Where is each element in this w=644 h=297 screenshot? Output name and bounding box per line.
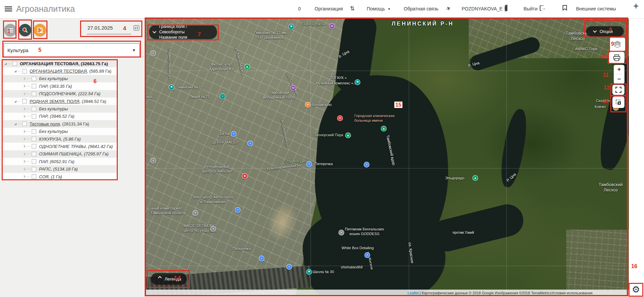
poi-marker-shop[interactable]: • — [364, 162, 369, 168]
checkbox[interactable] — [32, 152, 36, 156]
layer-toggle-button[interactable]: Граница поля / Севообороты Название поля — [149, 25, 217, 39]
expander-icon[interactable] — [24, 92, 26, 96]
checkbox[interactable] — [32, 91, 36, 96]
expander-icon[interactable] — [24, 168, 26, 171]
checkbox[interactable] — [32, 159, 36, 164]
checkbox[interactable] — [32, 167, 36, 172]
tree-node[interactable]: РОДНАЯ ЗЕМЛЯ. ПОЛЯ, (3946.52 Га) — [2, 98, 117, 105]
menu-help[interactable]: Помощь — [367, 6, 385, 11]
bookmark-icon[interactable] — [563, 5, 567, 11]
tree-view-button[interactable] — [4, 24, 16, 36]
expander-icon[interactable] — [24, 145, 26, 148]
poi-marker-place[interactable]: • — [210, 226, 216, 232]
menu-feedback[interactable]: Обратная связь — [404, 6, 438, 11]
poi-marker-hospital[interactable]: Н — [337, 115, 343, 121]
hamburger-menu-icon[interactable] — [5, 6, 12, 12]
poi-marker-park[interactable]: ▲ — [244, 64, 250, 70]
poi-marker-restaurant[interactable]: Ψ — [305, 102, 311, 108]
poi-marker-school[interactable]: • — [220, 94, 225, 99]
snapshot-area-button[interactable] — [612, 97, 624, 108]
person-icon[interactable] — [505, 5, 511, 11]
tree-node[interactable]: ПАР, (3946.52 Га) — [2, 113, 117, 120]
poi-marker-museum[interactable]: М — [329, 23, 335, 29]
caret-down-icon[interactable]: ▼ — [388, 7, 391, 11]
checkbox[interactable] — [32, 114, 36, 119]
tree-node[interactable]: Без культуры — [2, 128, 117, 135]
tree-node[interactable]: Тестовые поля, (28131.34 Га) — [2, 120, 117, 127]
tree-node[interactable]: ОЗИМАЯ ПШЕНИЦА, (7295.97 Га) — [2, 150, 117, 158]
checkbox[interactable] — [32, 137, 36, 141]
poi-marker-park[interactable]: ▲ — [381, 126, 387, 132]
poi-marker-museum[interactable]: М — [290, 85, 296, 91]
tree-node[interactable]: Без культуры — [2, 75, 117, 82]
poi-marker-place[interactable]: • — [192, 210, 198, 216]
expander-icon[interactable] — [24, 84, 26, 88]
expander-icon[interactable] — [24, 107, 26, 111]
tree-node[interactable]: РАПС, (5134.18 Га) — [2, 165, 117, 173]
expander-icon[interactable] — [24, 77, 26, 80]
culture-select[interactable]: Культура — [4, 43, 140, 57]
calendar-icon[interactable] — [134, 25, 139, 31]
zoom-in-button[interactable]: + — [614, 65, 624, 74]
map[interactable]: ЛЕНИНСКИЙ Р-Н Парк Дружбы Гимназия № 12 … — [146, 18, 629, 296]
tree-node[interactable]: ПАР, (6052.91 Га) — [2, 158, 117, 165]
tree-node[interactable]: СОЯ, (1 Га) — [2, 173, 117, 180]
poi-marker-shop[interactable]: • — [306, 161, 312, 167]
checkbox[interactable] — [22, 121, 27, 126]
expander-icon[interactable] — [24, 115, 26, 118]
poi-marker-shop[interactable]: • — [247, 141, 253, 146]
poi-marker-place[interactable]: • — [150, 50, 156, 56]
expander-icon[interactable] — [4, 63, 7, 65]
date-input[interactable]: 27.01.2025 — [83, 23, 139, 35]
options-button[interactable]: Опции — [586, 26, 624, 36]
add-plus-icon[interactable]: + — [633, 1, 639, 11]
checkbox[interactable] — [12, 61, 17, 66]
poi-marker-school[interactable]: ⚑ — [169, 84, 174, 90]
checkbox[interactable] — [32, 107, 36, 111]
poi-marker-place[interactable]: • — [150, 158, 156, 163]
poi-marker-shop[interactable]: • — [235, 207, 241, 213]
expander-icon[interactable] — [24, 175, 26, 178]
paper-plane-icon[interactable]: ✈ — [445, 4, 452, 13]
layers-button[interactable] — [610, 37, 625, 51]
poi-marker-shop[interactable]: • — [259, 256, 264, 261]
expander-icon[interactable] — [14, 70, 16, 72]
terms-link[interactable]: Условия использования — [551, 291, 593, 295]
menu-logout[interactable]: Выйти — [524, 6, 537, 11]
logout-icon[interactable] — [540, 5, 544, 11]
poi-marker-park[interactable]: ▲ — [472, 175, 478, 181]
tree-node[interactable]: ОРГАНИЗАЦИЯ ТЕСТОВАЯ, (585.89 Га) — [2, 67, 117, 75]
poi-marker-culture[interactable]: ⚑ — [355, 79, 360, 85]
zoom-out-button[interactable]: − — [614, 74, 624, 84]
tree-node[interactable]: Без культуры — [2, 105, 117, 112]
menu-external-systems[interactable]: Внешние системы — [576, 6, 616, 11]
expander-icon[interactable] — [24, 160, 26, 163]
tree-node[interactable]: ОДНОЛЕТНИЕ ТРАВЫ, (9641.42 Га) — [2, 143, 117, 150]
checkbox[interactable] — [32, 144, 36, 149]
expander-icon[interactable] — [14, 100, 16, 103]
poi-marker-school[interactable]: ⚑ — [306, 269, 312, 275]
checkbox[interactable] — [22, 69, 27, 74]
poi-marker-shop[interactable]: • — [231, 131, 237, 137]
menu-organization[interactable]: Организация — [315, 6, 343, 11]
save-button[interactable] — [34, 24, 46, 36]
tree-node[interactable]: КУКУРУЗА, (5.86 Га) — [2, 135, 117, 143]
tree-node[interactable]: ПОДСОЛНЕЧНИК, (222.54 Га) — [2, 90, 117, 98]
tree-node[interactable]: ПАР, (363.35 Га) — [2, 82, 117, 90]
leaflet-link[interactable]: Leaflet — [407, 291, 419, 295]
expander-icon[interactable] — [24, 130, 26, 133]
poi-marker-vet[interactable]: ★ — [242, 173, 248, 179]
expander-icon[interactable] — [24, 152, 26, 156]
search-button[interactable] — [19, 24, 31, 36]
poi-marker-shop[interactable]: • — [286, 264, 292, 270]
poi-marker-school[interactable]: ⚑ — [288, 24, 294, 30]
checkbox[interactable] — [32, 76, 36, 81]
poi-marker-park[interactable]: ▲ — [345, 133, 351, 138]
checkbox[interactable] — [32, 84, 36, 88]
swap-arrows-icon[interactable]: ⇅ — [350, 5, 355, 12]
legend-button[interactable]: Легенда — [151, 273, 187, 285]
checkbox[interactable] — [32, 174, 36, 179]
settings-gear-icon[interactable]: ⚙ — [632, 284, 640, 295]
poi-marker-shop[interactable]: • — [364, 252, 370, 258]
checkbox[interactable] — [32, 129, 36, 134]
